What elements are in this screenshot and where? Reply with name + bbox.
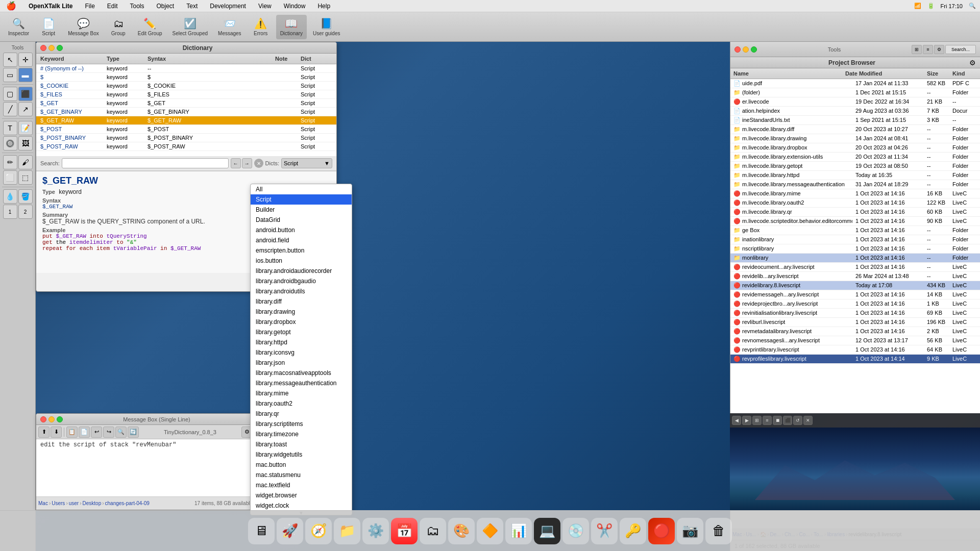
prev-arrow[interactable]: ← bbox=[231, 158, 241, 168]
dock-keychain[interactable]: 🔑 bbox=[620, 518, 646, 544]
img-btn-6[interactable]: ⬛ bbox=[783, 416, 792, 425]
menu-view[interactable]: View bbox=[256, 2, 274, 11]
toolbar-script[interactable]: 📄 Script bbox=[35, 15, 62, 39]
pb-file-row-3[interactable]: 🔴revidemessageh...ary.livescript 1 Oct 2… bbox=[730, 290, 980, 299]
apple-menu[interactable]: 🍎 bbox=[4, 0, 18, 12]
dict-row-get-binary[interactable]: $_GET_BINARY keyword $_GET_BINARY Script bbox=[36, 108, 336, 116]
img-btn-7[interactable]: ↺ bbox=[793, 416, 802, 425]
arrow-tool[interactable]: ↗ bbox=[18, 102, 33, 116]
toolbar-user-guides[interactable]: 📘 User guides bbox=[309, 15, 344, 39]
pb-row-18[interactable]: 📁nscriptlibrary 1 Oct 2023 at 14:16 -- F… bbox=[730, 244, 980, 254]
pb-file-row-10[interactable]: 🔴revprofileslibrary.livescript 1 Oct 202… bbox=[730, 355, 980, 364]
search-input[interactable] bbox=[62, 158, 229, 168]
eraser-tool[interactable]: ⬜ bbox=[3, 170, 17, 185]
dock-launchpad[interactable]: 🚀 bbox=[277, 518, 303, 544]
dict-row-synonym[interactable]: # (Synonym of --) keyword -- Script bbox=[36, 64, 336, 73]
pb-row-13[interactable]: 🔴m.livecode.library.oauth2 1 Oct 2023 at… bbox=[730, 198, 980, 208]
toolbar-errors[interactable]: ⚠️ Errors bbox=[248, 15, 274, 39]
dict-row-post[interactable]: $_POST keyword $_POST Script bbox=[36, 125, 336, 134]
fill-rect-tool[interactable]: ▬ bbox=[18, 68, 33, 82]
search-icon[interactable]: 🔍 bbox=[969, 3, 976, 9]
dropdown-item-lib-widget-utils[interactable]: library.widgetutils bbox=[251, 449, 352, 460]
msg-max[interactable] bbox=[57, 416, 63, 422]
img-btn-2[interactable]: ▶ bbox=[742, 416, 751, 425]
close-button[interactable] bbox=[40, 45, 46, 51]
pb-file-row-5[interactable]: 🔴revinitialisationlibrary.livescript 1 O… bbox=[730, 309, 980, 318]
col-dict[interactable]: Dict bbox=[299, 55, 334, 63]
tools-min[interactable] bbox=[743, 46, 749, 53]
pb-row-11[interactable]: 📁m.livecode.library.messageauthenticatio… bbox=[730, 180, 980, 189]
field-tool[interactable]: 📝 bbox=[18, 121, 33, 135]
pb-row-1[interactable]: 📁(folder) 1 Dec 2021 at 15:15 -- Folder bbox=[730, 88, 980, 97]
pb-col-size[interactable]: Size bbox=[924, 69, 949, 78]
pb-file-row-2[interactable]: 🔴revidelibrary.8.livescript Today at 17:… bbox=[730, 281, 980, 290]
dropdown-item-lib-json[interactable]: library.json bbox=[251, 358, 352, 368]
dock-image-editor[interactable]: 🎨 bbox=[448, 518, 475, 544]
dropdown-item-lib-oauth2[interactable]: library.oauth2 bbox=[251, 398, 352, 409]
wifi-icon[interactable]: 📶 bbox=[914, 3, 921, 9]
dropdown-item-emscripten-button[interactable]: emscripten.button bbox=[251, 245, 352, 256]
dropdown-item-lib-msg-auth[interactable]: library.messageauthentication bbox=[251, 378, 352, 388]
dropdown-item-lib-drawing[interactable]: library.drawing bbox=[251, 307, 352, 317]
dropdown-item-lib-timezone[interactable]: library.timezone bbox=[251, 429, 352, 439]
dict-row-cookie[interactable]: $_COOKIE keyword $_COOKIE Script bbox=[36, 82, 336, 90]
pb-col-name[interactable]: Name bbox=[730, 69, 842, 78]
menu-text[interactable]: Text bbox=[184, 2, 200, 11]
menu-edit[interactable]: Edit bbox=[105, 2, 120, 11]
dict-table-body[interactable]: # (Synonym of --) keyword -- Script $ ke… bbox=[36, 64, 336, 156]
dock-activity-monitor[interactable]: 📊 bbox=[505, 518, 532, 544]
pb-row-8[interactable]: 📁m.livecode.library.extension-utils 20 O… bbox=[730, 153, 980, 162]
num-2-tool[interactable]: 2 bbox=[18, 205, 33, 219]
msg-input-area[interactable]: edit the script of stack "revMenubar" bbox=[36, 439, 255, 496]
bc-mac[interactable]: Mac bbox=[38, 500, 48, 506]
toolbar-edit-group[interactable]: ✏️ Edit Group bbox=[134, 15, 166, 39]
menu-development[interactable]: Development bbox=[208, 2, 248, 11]
toolbar-messages[interactable]: 📨 Messages bbox=[214, 15, 246, 39]
dock-folder[interactable]: 📁 bbox=[334, 518, 360, 544]
tools-max[interactable] bbox=[751, 46, 757, 53]
pb-file-row-1[interactable]: 🔴revidelib...ary.livescript 26 Mar 2024 … bbox=[730, 272, 980, 281]
dock-trash[interactable]: 🗑 bbox=[705, 518, 732, 544]
dict-row-files[interactable]: $_FILES keyword $_FILES Script bbox=[36, 90, 336, 99]
pb-row-2[interactable]: 🔴er.livecode 19 Dec 2022 at 16:34 21 KB … bbox=[730, 97, 980, 107]
num-1-tool[interactable]: 1 bbox=[3, 205, 17, 219]
pb-file-row-0[interactable]: 🔴revideocument...ary.livescript 1 Oct 20… bbox=[730, 263, 980, 272]
img-btn-8[interactable]: ✕ bbox=[803, 416, 813, 425]
col-note[interactable]: Note bbox=[273, 55, 299, 63]
image-tool[interactable]: 🖼 bbox=[18, 136, 33, 151]
pb-file-row-6[interactable]: 🔴revliburl.livescript 1 Oct 2023 at 14:1… bbox=[730, 318, 980, 327]
msg-toolbar-btn-1[interactable]: ⬆ bbox=[38, 427, 50, 438]
view-grid-btn[interactable]: ⊞ bbox=[912, 45, 922, 54]
pb-col-date[interactable]: Date Modified bbox=[842, 69, 924, 78]
pb-row-4[interactable]: 📄ineStandardUrls.txt 1 Sep 2021 at 15:15… bbox=[730, 116, 980, 125]
bc-changes[interactable]: changes-part-04-09 bbox=[105, 500, 150, 506]
dock-calendar[interactable]: 📅 bbox=[391, 518, 418, 544]
toolbar-message-box[interactable]: 💬 Message Box bbox=[64, 15, 103, 39]
bc-user[interactable]: user bbox=[69, 500, 79, 506]
pb-file-row-8[interactable]: 🔴revnomessagesli...ary.livescript 12 Oct… bbox=[730, 336, 980, 345]
dropdown-item-widget-clock[interactable]: widget.clock bbox=[251, 500, 352, 511]
pb-row-7[interactable]: 📁m.livecode.library.dropbox 20 Oct 2023 … bbox=[730, 143, 980, 153]
dropdown-item-ios-button[interactable]: ios.button bbox=[251, 256, 352, 266]
dict-row-post-raw[interactable]: $_POST_RAW keyword $_POST_RAW Script bbox=[36, 142, 336, 151]
img-btn-1[interactable]: ◀ bbox=[732, 416, 741, 425]
menu-file[interactable]: File bbox=[83, 2, 96, 11]
next-arrow[interactable]: → bbox=[242, 158, 252, 168]
dropdown-item-lib-qr[interactable]: library.qr bbox=[251, 409, 352, 419]
minimize-button[interactable] bbox=[48, 45, 55, 51]
clear-search[interactable]: ✕ bbox=[254, 159, 263, 168]
dropdown-item-lib-android-bg-audio[interactable]: library.androidbgaudio bbox=[251, 276, 352, 286]
menu-tools[interactable]: Tools bbox=[128, 2, 146, 11]
pb-col-kind[interactable]: Kind bbox=[949, 69, 980, 78]
dict-row-dollar[interactable]: $ keyword $ Script bbox=[36, 73, 336, 82]
dock-finder[interactable]: 🖥 bbox=[248, 518, 275, 544]
dock-scissors[interactable]: ✂️ bbox=[591, 518, 618, 544]
msg-toolbar-btn-2[interactable]: ⬇ bbox=[51, 427, 62, 438]
pb-row-10[interactable]: 📁m.livecode.library.httpd Today at 16:35… bbox=[730, 171, 980, 180]
bc-desktop[interactable]: Desktop bbox=[83, 500, 102, 506]
pb-row-3[interactable]: 📄ation.helpindex 29 Aug 2023 at 03:36 7 … bbox=[730, 107, 980, 116]
dropdown-item-lib-getopt[interactable]: library.getopt bbox=[251, 327, 352, 337]
img-btn-5[interactable]: ⏹ bbox=[773, 416, 782, 425]
msg-toolbar-btn-7[interactable]: 🔍 bbox=[115, 427, 127, 438]
pb-row-15[interactable]: 🔴m.livecode.scripteditor.behavior.editor… bbox=[730, 217, 980, 226]
